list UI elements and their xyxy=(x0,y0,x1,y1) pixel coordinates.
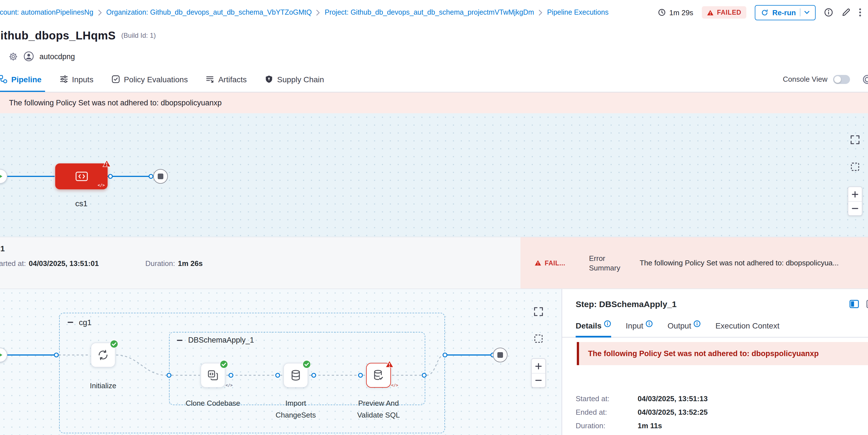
success-badge-icon xyxy=(110,340,118,348)
chevron-right-icon xyxy=(316,9,320,15)
detail-row: Started at: 04/03/2025, 13:51:13 xyxy=(576,395,868,403)
info-icon[interactable] xyxy=(604,320,611,328)
tab-supply-chain[interactable]: Supply Chain xyxy=(265,66,324,92)
stage-duration: Duration: 1m 26s xyxy=(145,259,203,268)
kebab-menu-icon[interactable] xyxy=(859,8,861,17)
breadcrumb-pipeline-executions[interactable]: Pipeline Executions xyxy=(547,8,608,16)
execution-detail-section: cg1 DBSchemaApply_1 xyxy=(0,289,868,435)
error-message-text: The following Policy Set was not adhered… xyxy=(588,349,819,358)
panel-layout-controls xyxy=(849,300,868,308)
stage-error-summary: FAIL... Error Summary The following Poli… xyxy=(521,237,868,288)
edit-icon[interactable] xyxy=(841,8,850,17)
execution-tabs: Pipeline Inputs Policy Evaluations Artif… xyxy=(0,66,868,92)
chevron-right-icon xyxy=(538,9,542,15)
step-preview-and-validate-sql[interactable]: </> xyxy=(366,363,391,388)
tab-label: Inputs xyxy=(72,75,93,84)
build-id: (Build Id: 1) xyxy=(121,32,156,39)
clone-icon xyxy=(207,369,219,381)
info-icon[interactable] xyxy=(824,8,833,17)
top-bar: Account: automationPipelinesNg Organizat… xyxy=(0,0,868,25)
pipeline-execution-page: Account: automationPipelinesNg Organizat… xyxy=(0,0,868,435)
success-badge-icon xyxy=(220,360,228,369)
detail-value: 04/03/2025, 13:51:13 xyxy=(638,395,708,403)
failed-badge-icon xyxy=(385,360,394,368)
duration-label: Duration: xyxy=(145,259,175,268)
started-at-value: 04/03/2025, 13:51:01 xyxy=(29,259,99,268)
tab-pipeline[interactable]: Pipeline xyxy=(0,66,41,92)
step-import-changesets[interactable] xyxy=(283,363,308,388)
fail-badge: FAIL... xyxy=(534,259,565,266)
step-panel-title: Step: DBSchemaApply_1 xyxy=(576,299,677,309)
step-clone-codebase[interactable]: </> xyxy=(200,363,225,388)
breadcrumb-organization[interactable]: Organization: Github_db_devops_aut_db_sc… xyxy=(106,8,312,16)
success-badge-icon xyxy=(303,360,311,369)
tab-label: Pipeline xyxy=(11,75,41,84)
chevron-right-icon xyxy=(98,9,102,15)
stage-summary-bar: cs1 Started at: 04/03/2025, 13:51:01 Dur… xyxy=(0,237,868,289)
step-detail-list: Started at: 04/03/2025, 13:51:13 Ended a… xyxy=(576,395,868,430)
stage-graph-canvas[interactable]: </> cs1 xyxy=(0,113,868,237)
zoom-in-button[interactable] xyxy=(848,187,862,201)
tab-inputs[interactable]: Inputs xyxy=(59,66,93,92)
tab-artifacts[interactable]: Artifacts xyxy=(206,66,247,92)
detail-row: Duration: 1m 11s xyxy=(576,422,868,430)
layout-split-bottom-icon[interactable] xyxy=(866,300,868,308)
step-initialize[interactable] xyxy=(91,343,116,367)
meta-bar: autocdpng xyxy=(0,46,868,66)
tab-policy-evaluations[interactable]: Policy Evaluations xyxy=(112,66,188,92)
ptab-label: Details xyxy=(576,321,601,330)
graph-end-node[interactable] xyxy=(493,348,507,362)
sync-icon xyxy=(97,349,109,361)
triggered-by-user: autocdpng xyxy=(39,52,75,61)
page-title: Github_dbops_LHqmS xyxy=(0,29,116,42)
gear-icon[interactable] xyxy=(8,52,18,61)
stage-started-at: Started at: 04/03/2025, 13:51:01 xyxy=(0,259,99,268)
code-stage-icon xyxy=(74,170,89,183)
tab-label: Supply Chain xyxy=(277,75,324,84)
zoom-controls xyxy=(531,359,546,388)
execution-graph-canvas[interactable]: cg1 DBSchemaApply_1 xyxy=(0,289,562,435)
zoom-out-button[interactable] xyxy=(848,201,862,215)
code-glyph: </> xyxy=(98,183,105,188)
breadcrumb-project[interactable]: Project: Github_db_devops_aut_db_schema_… xyxy=(325,8,534,16)
database-check-icon xyxy=(372,369,385,381)
zoom-in-button[interactable] xyxy=(532,359,545,373)
divider xyxy=(800,8,800,16)
breadcrumb-account[interactable]: Account: automationPipelinesNg xyxy=(0,8,93,16)
rerun-button[interactable]: Re-run xyxy=(755,5,816,20)
fullscreen-icon[interactable] xyxy=(533,307,544,317)
step-panel-tabs: Details Input Output Execution Context xyxy=(562,321,868,338)
tab-execution-context[interactable]: Execution Context xyxy=(715,321,779,330)
selection-box-icon[interactable] xyxy=(534,334,543,343)
avatar xyxy=(24,51,34,61)
detail-row: Ended at: 04/03/2025, 13:52:25 xyxy=(576,408,868,416)
fullscreen-icon[interactable] xyxy=(850,135,860,145)
tab-label: Artifacts xyxy=(218,75,247,84)
stage-node-cs1[interactable]: </> xyxy=(55,163,107,189)
pipeline-end-node[interactable] xyxy=(153,169,168,184)
refresh-icon[interactable] xyxy=(862,74,868,85)
warning-icon xyxy=(707,9,714,15)
info-icon[interactable] xyxy=(693,320,701,328)
error-message-box: The following Policy Set was not adhered… xyxy=(577,342,868,365)
tab-input[interactable]: Input xyxy=(626,321,653,330)
zoom-controls xyxy=(848,187,862,216)
warning-icon xyxy=(534,260,541,266)
zoom-out-button[interactable] xyxy=(532,373,545,387)
fail-badge-label: FAIL... xyxy=(545,259,565,266)
info-icon[interactable] xyxy=(646,320,653,328)
layout-split-left-icon[interactable] xyxy=(849,300,859,308)
play-icon xyxy=(0,173,3,180)
console-view-toggle[interactable] xyxy=(833,75,850,84)
selection-box-icon[interactable] xyxy=(850,162,860,171)
rerun-label: Re-run xyxy=(772,8,796,17)
tab-details[interactable]: Details xyxy=(576,321,611,330)
step-label: Preview And Validate SQL xyxy=(349,397,408,421)
chevron-down-icon xyxy=(804,11,809,14)
stage-node-label: cs1 xyxy=(55,199,107,208)
policy-banner-text: The following Policy Set was not adhered… xyxy=(9,99,222,107)
tab-output[interactable]: Output xyxy=(668,321,701,330)
stop-icon xyxy=(497,352,503,358)
tab-label: Policy Evaluations xyxy=(124,75,188,84)
ptab-label: Output xyxy=(668,321,691,330)
